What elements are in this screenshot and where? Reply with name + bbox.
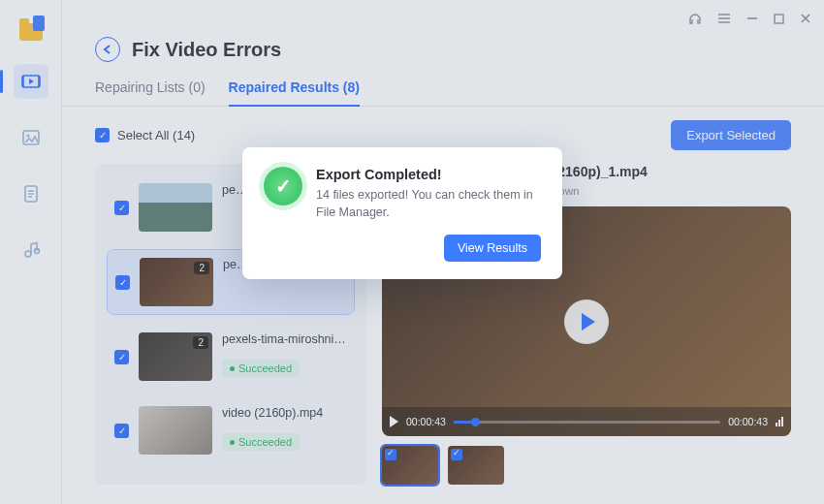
modal-text: 14 files exported! You can check them in… (316, 186, 541, 221)
modal-overlay: ✓ Export Completed! 14 files exported! Y… (0, 0, 824, 504)
success-check-icon: ✓ (264, 167, 302, 205)
view-results-button[interactable]: View Results (444, 235, 541, 262)
export-complete-dialog: ✓ Export Completed! 14 files exported! Y… (242, 147, 562, 279)
modal-title: Export Completed! (316, 167, 541, 182)
